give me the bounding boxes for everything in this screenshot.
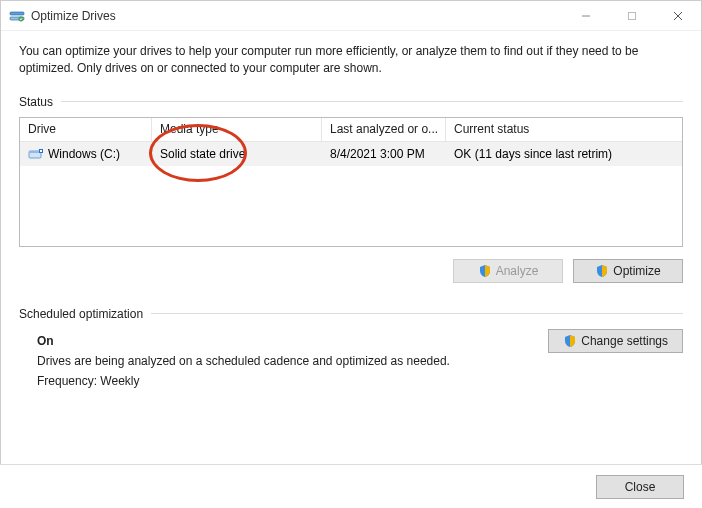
scheduled-section: Scheduled optimization On Drives are bei… [19, 307, 683, 392]
close-label: Close [625, 480, 656, 494]
optimize-label: Optimize [613, 264, 660, 278]
analyze-label: Analyze [496, 264, 539, 278]
drive-list-header: Drive Media type Last analyzed or o... C… [20, 118, 682, 142]
maximize-button[interactable] [609, 1, 655, 30]
divider [61, 101, 683, 102]
scheduled-desc: Drives are being analyzed on a scheduled… [37, 351, 548, 371]
intro-text: You can optimize your drives to help you… [19, 43, 683, 77]
status-section-label: Status [19, 95, 683, 109]
app-icon [9, 8, 25, 24]
window-title: Optimize Drives [31, 9, 563, 23]
change-settings-button[interactable]: Change settings [548, 329, 683, 353]
status-buttons: Analyze Optimize [19, 259, 683, 283]
svg-rect-4 [629, 12, 636, 19]
cell-drive: Windows (C:) [20, 142, 152, 166]
scheduled-body: On Drives are being analyzed on a schedu… [19, 329, 683, 392]
col-current-status[interactable]: Current status [446, 118, 682, 142]
shield-icon [563, 334, 577, 348]
content: You can optimize your drives to help you… [1, 31, 701, 406]
titlebar: Optimize Drives [1, 1, 701, 31]
drive-icon [28, 147, 44, 161]
close-button[interactable]: Close [596, 475, 684, 499]
col-media-type[interactable]: Media type [152, 118, 322, 142]
shield-icon [478, 264, 492, 278]
scheduled-on: On [37, 331, 548, 351]
scheduled-label: Scheduled optimization [19, 307, 151, 321]
optimize-button[interactable]: Optimize [573, 259, 683, 283]
cell-current-status: OK (11 days since last retrim) [446, 142, 682, 166]
cell-last-analyzed: 8/4/2021 3:00 PM [322, 142, 446, 166]
window-buttons [563, 1, 701, 30]
drive-row[interactable]: Windows (C:) Solid state drive 8/4/2021 … [20, 142, 682, 166]
col-drive[interactable]: Drive [20, 118, 152, 142]
footer: Close [0, 464, 702, 508]
col-last-analyzed[interactable]: Last analyzed or o... [322, 118, 446, 142]
drive-list[interactable]: Drive Media type Last analyzed or o... C… [19, 117, 683, 247]
svg-rect-0 [10, 12, 24, 15]
cell-media-type: Solid state drive [152, 142, 322, 166]
close-window-button[interactable] [655, 1, 701, 30]
change-settings-label: Change settings [581, 334, 668, 348]
svg-rect-10 [40, 150, 42, 152]
scheduled-section-label: Scheduled optimization [19, 307, 683, 321]
scheduled-freq: Frequency: Weekly [37, 371, 548, 391]
cell-drive-text: Windows (C:) [48, 147, 120, 161]
scheduled-text: On Drives are being analyzed on a schedu… [19, 329, 548, 392]
divider [151, 313, 683, 314]
analyze-button: Analyze [453, 259, 563, 283]
status-label: Status [19, 95, 61, 109]
shield-icon [595, 264, 609, 278]
minimize-button[interactable] [563, 1, 609, 30]
